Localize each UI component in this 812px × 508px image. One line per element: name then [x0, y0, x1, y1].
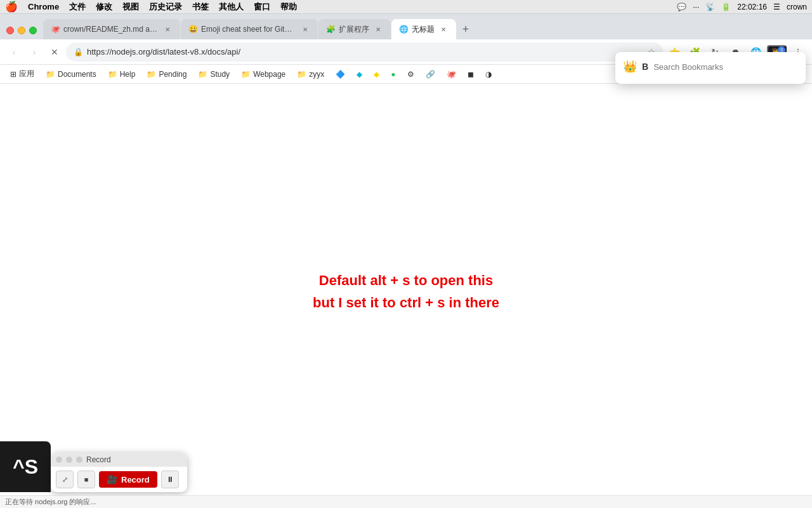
bookmark-zyyx[interactable]: 📁 zyyx	[292, 68, 329, 81]
bookmark-dropbox[interactable]: 🔷	[331, 68, 350, 81]
record-bar: Record ⤢ ■ 🎥 Record ⏸	[51, 453, 187, 492]
bookmark-github[interactable]: 🐙	[442, 68, 461, 81]
record-controls: ⤢ ■ 🎥 Record ⏸	[51, 467, 187, 492]
record-record-button[interactable]: 🎥 Record	[99, 471, 157, 488]
bookmark-half[interactable]: ◑	[480, 68, 497, 81]
close-window-button[interactable]	[6, 27, 14, 34]
record-dot-1	[56, 457, 62, 463]
menu-bar-right: 💬 ··· 📡 🔋 22:02:16 ☰ crown	[677, 3, 807, 11]
screen-snap-overlay[interactable]: ^S	[0, 441, 51, 492]
main-content: Default alt + s to open this but I set i…	[0, 84, 812, 508]
menu-bookmarks[interactable]: 书签	[192, 1, 209, 13]
tab-1[interactable]: 🐙 crown/README_zh.md at mas... ✕	[43, 19, 180, 39]
status-text: 正在等待 nodejs.org 的响应...	[5, 497, 96, 507]
record-pause-button[interactable]: ⏸	[161, 471, 179, 488]
bookmark-help-label: Help	[120, 70, 136, 79]
bookmark-ext2[interactable]: ◆	[369, 68, 384, 81]
tab-end-space	[475, 19, 500, 39]
camera-icon: 🎥	[107, 474, 117, 485]
bookmark-study[interactable]: 📁 Study	[193, 68, 235, 81]
address-bar[interactable]: 🔒 https://nodejs.org/dist/latest-v8.x/do…	[66, 43, 663, 62]
record-bar-titlebar: Record	[51, 453, 187, 467]
bookmark-webpage[interactable]: 📁 Webpage	[236, 68, 291, 81]
record-dot-2	[66, 457, 72, 463]
bookmark-documents-label: Documents	[58, 70, 96, 79]
bookmark-ext4[interactable]: ⚙	[402, 68, 419, 81]
bookmark-ext3[interactable]: ●	[386, 68, 400, 81]
help-folder-icon: 📁	[108, 70, 117, 79]
tab-2-close[interactable]: ✕	[300, 24, 310, 34]
menu-icon[interactable]: ☰	[773, 3, 780, 11]
wechat-icon[interactable]: 💬	[677, 3, 686, 11]
tab-3-title: 扩展程序	[339, 24, 369, 35]
ext3-icon: ●	[391, 70, 395, 79]
status-bar: 正在等待 nodejs.org 的响应...	[0, 495, 812, 508]
snap-logo: ^S	[13, 455, 38, 479]
new-tab-button[interactable]: +	[457, 20, 475, 38]
menu-edit[interactable]: 修改	[96, 1, 112, 13]
tab-1-title: crown/README_zh.md at mas...	[63, 25, 159, 34]
reload-button[interactable]: ✕	[46, 43, 63, 61]
dropbox-icon: 🔷	[336, 70, 345, 79]
menu-file[interactable]: 文件	[69, 1, 86, 13]
apple-menu[interactable]: 🍎	[5, 1, 18, 13]
github-icon: 🐙	[447, 70, 456, 79]
ext5-icon: 🔗	[426, 70, 435, 79]
popup-crown-icon: 👑	[623, 60, 637, 74]
system-dots[interactable]: ···	[693, 3, 699, 11]
menu-help[interactable]: 帮助	[280, 1, 297, 13]
bookmark-apps-label: 应用	[19, 69, 34, 79]
bookmark-apps[interactable]: ⊞ 应用	[5, 67, 39, 81]
tab-2-title: Emoji cheat sheet for GitHub,	[201, 25, 296, 34]
menu-others[interactable]: 其他人	[219, 1, 244, 13]
apps-icon: ⊞	[10, 70, 16, 79]
secure-icon: 🔒	[74, 48, 83, 57]
tab-3[interactable]: 🧩 扩展程序 ✕	[318, 19, 391, 39]
forward-button[interactable]: ›	[25, 43, 43, 61]
url-text: https://nodejs.org/dist/latest-v8.x/docs…	[87, 47, 644, 57]
pause-icon: ⏸	[166, 475, 174, 484]
menu-window[interactable]: 窗口	[254, 1, 270, 13]
stop-icon: ■	[84, 476, 89, 483]
bookmark-webpage-label: Webpage	[253, 70, 285, 79]
tab-4-close[interactable]: ✕	[438, 24, 449, 34]
menu-history[interactable]: 历史记录	[149, 1, 182, 13]
tab-4-favicon: 🌐	[399, 25, 408, 34]
record-stop-button[interactable]: ■	[77, 471, 95, 488]
bookmark-documents[interactable]: 📁 Documents	[41, 68, 102, 81]
webpage-folder-icon: 📁	[241, 70, 251, 79]
popup-b-label: B	[642, 62, 648, 72]
tab-3-favicon: 🧩	[326, 25, 335, 34]
tab-4[interactable]: 🌐 无标题 ✕	[391, 19, 456, 39]
bookmark-manager-popup: 👑 B	[615, 52, 806, 84]
zyyx-folder-icon: 📁	[297, 70, 306, 79]
menu-view[interactable]: 视图	[122, 1, 139, 13]
airdrop-icon[interactable]: 📡	[705, 3, 715, 11]
back-button[interactable]: ‹	[5, 43, 23, 61]
chrome-titlebar: 🐙 crown/README_zh.md at mas... ✕ 😀 Emoji…	[0, 14, 812, 39]
tab-2[interactable]: 😀 Emoji cheat sheet for GitHub, ✕	[181, 19, 318, 39]
battery-icon: 🔋	[721, 3, 731, 11]
tab-2-favicon: 😀	[188, 25, 197, 34]
tab-1-favicon: 🐙	[51, 25, 60, 34]
bookmark-study-label: Study	[210, 70, 230, 79]
bookmark-ext1[interactable]: ◆	[351, 68, 367, 81]
bookmark-help[interactable]: 📁 Help	[103, 68, 141, 81]
maximize-window-button[interactable]	[29, 27, 37, 34]
tab-1-close[interactable]: ✕	[162, 24, 173, 34]
instruction-line2: but I set it to ctrl + s in there	[313, 291, 499, 314]
macos-menu-bar: 🍎 Chrome 文件 修改 视图 历史记录 书签 其他人 窗口 帮助 💬 ··…	[0, 0, 812, 14]
bookmark-ext6[interactable]: ◼	[462, 68, 479, 81]
bookmark-search-input[interactable]	[653, 62, 798, 72]
record-dot-3	[76, 457, 82, 463]
minimize-window-button[interactable]	[18, 27, 25, 34]
page-instructions: Default alt + s to open this but I set i…	[313, 269, 499, 314]
half-circle-icon: ◑	[485, 70, 492, 79]
record-expand-button[interactable]: ⤢	[56, 471, 74, 488]
documents-folder-icon: 📁	[46, 70, 55, 79]
tab-3-close[interactable]: ✕	[373, 24, 383, 34]
bookmark-pending[interactable]: 📁 Pending	[141, 68, 192, 81]
ext2-icon: ◆	[374, 70, 379, 79]
bookmark-ext5[interactable]: 🔗	[421, 68, 440, 81]
menu-chrome[interactable]: Chrome	[28, 2, 59, 11]
